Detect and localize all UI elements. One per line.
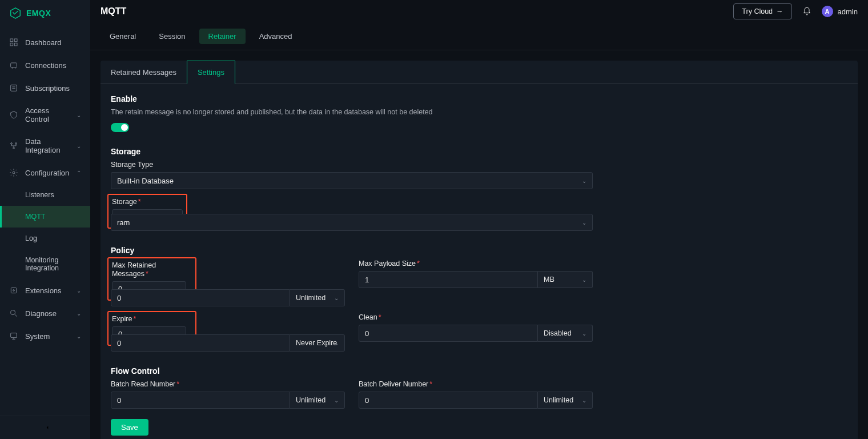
sidebar-item-subscriptions[interactable]: Subscriptions [0,77,90,99]
sidebar-subitem-mqtt[interactable]: MQTT [0,206,90,228]
max-payload-label: Max Payload Size* [359,260,593,268]
tab-general[interactable]: General [101,29,145,44]
storage-type-select[interactable]: Built-in Database ⌄ [111,172,593,189]
storage-select[interactable]: ram ⌄ [111,214,593,231]
connections-icon [9,61,18,70]
sidebar-item-data-integration[interactable]: Data Integration ⌄ [0,130,90,161]
header-right: Try Cloud → A admin [733,3,858,19]
storage-type-value: Built-in Database [117,177,174,185]
svg-rect-3 [10,43,13,46]
clean-label: Clean* [359,313,593,321]
batch-deliver-field: Batch Deliver Number* Unlimited ⌄ [359,380,593,409]
storage-title: Storage [111,147,847,156]
enable-title: Enable [111,94,847,103]
chevron-down-icon: ⌄ [582,330,586,337]
user-menu[interactable]: A admin [822,6,858,17]
max-payload-unit-select[interactable]: MB ⌄ [538,271,593,288]
card: Retained Messages Settings Enable The re… [101,61,858,439]
tab-retained-messages[interactable]: Retained Messages [101,61,187,83]
username: admin [838,7,858,16]
enable-switch[interactable] [111,123,129,132]
nav: Dashboard Connections Subscriptions Acce… [0,26,90,416]
sidebar-item-system[interactable]: System ⌄ [0,325,90,348]
batch-read-unit-select[interactable]: Unlimited ⌄ [290,392,345,409]
clean-input[interactable] [359,325,538,342]
chevron-down-icon: ⌄ [582,277,586,283]
max-retained-input[interactable] [111,289,290,306]
sidebar-item-dashboard[interactable]: Dashboard [0,31,90,54]
storage-label: Storage* [112,198,141,206]
batch-deliver-input[interactable] [359,392,538,409]
section-enable: Enable The retain message is no longer s… [101,84,858,134]
integration-icon [9,141,18,150]
batch-deliver-unit-select[interactable]: Unlimited ⌄ [538,392,593,409]
sidebar-item-diagnose[interactable]: Diagnose ⌄ [0,302,90,325]
chevron-down-icon: ⌄ [77,288,81,294]
sidebar-item-connections[interactable]: Connections [0,54,90,77]
tab-retainer[interactable]: Retainer [199,29,246,44]
clean-unit-select[interactable]: Disabled ⌄ [538,325,593,342]
sidebar-item-label: MQTT [25,213,45,221]
logo-icon [9,7,22,19]
save-button[interactable]: Save [111,419,148,436]
chevron-down-icon: ⌄ [582,178,586,184]
tab-advanced[interactable]: Advanced [250,29,302,44]
tab-settings[interactable]: Settings [187,61,235,84]
clean-field: Clean* Disabled ⌄ [359,313,593,352]
brand-logo[interactable]: EMQX [0,0,90,26]
batch-read-input[interactable] [111,392,290,409]
arrow-right-icon: → [776,7,783,15]
expire-field: Expire* Never Expire ⌄ [111,313,345,352]
collapse-icon [41,423,50,432]
switch-knob [121,124,128,131]
batch-deliver-label: Batch Deliver Number* [359,380,593,388]
sidebar-subitem-log[interactable]: Log [0,228,90,249]
header: MQTT Try Cloud → A admin [90,0,868,23]
sidebar-subitem-monitoring[interactable]: Monitoring Integration [0,249,90,279]
sidebar-collapse-toggle[interactable] [0,416,90,439]
svg-rect-8 [11,85,17,91]
sidebar-item-label: Data Integration [25,137,70,154]
system-icon [9,332,18,341]
diagnose-icon [9,309,18,318]
svg-point-17 [11,310,15,315]
dashboard-icon [9,38,18,47]
storage-type-field: Storage Type Built-in Database ⌄ [111,161,593,189]
sidebar-item-configuration[interactable]: Configuration ⌃ [0,161,90,184]
storage-value: ram [117,218,130,227]
sidebar-item-label: Monitoring Integration [25,256,81,272]
svg-point-14 [13,171,15,174]
svg-rect-1 [10,39,13,42]
sidebar-item-label: Access Control [25,106,70,123]
expire-input[interactable] [111,334,290,352]
sidebar-item-access-control[interactable]: Access Control ⌄ [0,99,90,130]
sidebar-subitem-listeners[interactable]: Listeners [0,184,90,206]
svg-point-11 [11,143,13,145]
page-title: MQTT [101,6,126,17]
chevron-down-icon: ⌄ [334,295,339,301]
expire-unit-select[interactable]: Never Expire ⌄ [290,334,345,352]
svg-line-18 [15,314,17,317]
sidebar-item-label: Diagnose [25,309,57,318]
try-cloud-button[interactable]: Try Cloud → [733,3,791,19]
max-retained-label: Max Retained Messages* [112,261,156,278]
sidebar-item-label: Log [25,234,37,242]
max-payload-input[interactable] [359,271,538,288]
batch-read-label: Batch Read Number* [111,380,345,388]
max-retained-unit-select[interactable]: Unlimited ⌄ [290,289,345,306]
chevron-down-icon: ⌄ [334,397,339,404]
try-cloud-label: Try Cloud [742,7,773,15]
storage-field: Storage* ram ram ⌄ [111,196,593,231]
avatar: A [822,6,833,17]
tabs-secondary: Retained Messages Settings [101,61,858,84]
sidebar: EMQX Dashboard Connections Subscriptions… [0,0,90,439]
sidebar-item-extensions[interactable]: Extensions ⌄ [0,279,90,302]
notifications-icon[interactable] [802,7,811,16]
main: General Session Retainer Advanced Retain… [90,23,868,439]
chevron-down-icon: ⌄ [77,143,81,149]
gear-icon [9,168,18,177]
max-retained-field: Max Retained Messages* Unlimited ⌄ [111,260,345,306]
brand-text: EMQX [26,9,51,18]
chevron-down-icon: ⌄ [77,310,81,317]
tab-session[interactable]: Session [150,29,194,44]
